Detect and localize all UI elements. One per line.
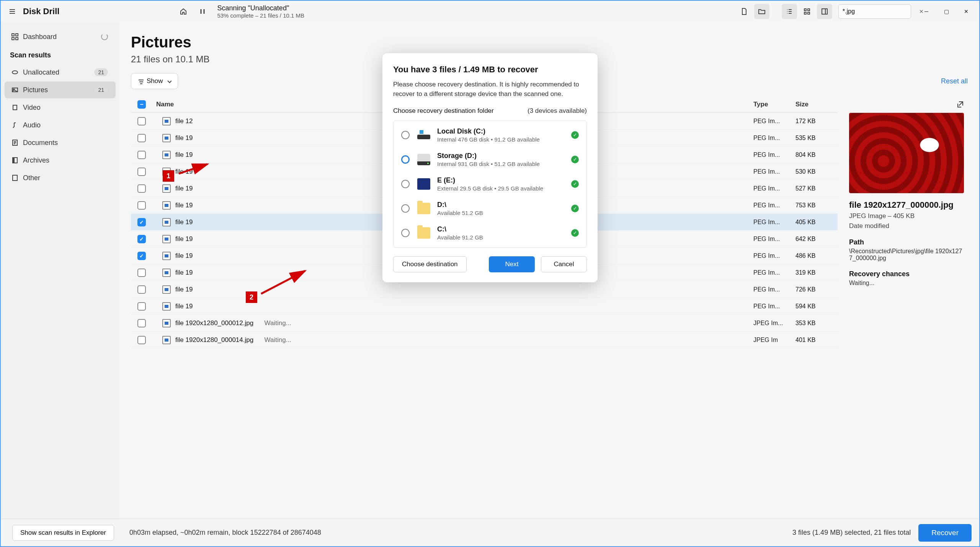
destination-name: D:\ (437, 201, 571, 209)
svg-line-18 (179, 164, 207, 174)
destination-radio[interactable] (401, 155, 410, 164)
annotation-label-2: 2 (246, 291, 257, 303)
modal-title: You have 3 files / 1.49 MB to recover (393, 65, 587, 75)
drive-icon (417, 129, 430, 141)
destination-option[interactable]: E (E:) External 29.5 GB disk • 29.5 GB a… (394, 172, 586, 196)
check-icon (571, 229, 579, 237)
check-icon (571, 156, 579, 163)
drive-icon (417, 227, 430, 239)
recovery-destination-modal: You have 3 files / 1.49 MB to recover Pl… (382, 53, 598, 282)
check-icon (571, 180, 579, 188)
modal-choose-label: Choose recovery destination folder (393, 107, 494, 115)
annotation-label-1: 1 (163, 170, 174, 182)
destination-name: Local Disk (C:) (437, 127, 571, 135)
drive-icon (417, 203, 430, 214)
annotation-arrow-2 (259, 266, 313, 297)
svg-line-19 (261, 271, 305, 294)
modal-description: Please choose recovery destination. It i… (393, 80, 587, 99)
drive-icon (417, 154, 430, 165)
destination-radio[interactable] (401, 204, 410, 213)
destination-name: Storage (D:) (437, 152, 571, 160)
destination-info: Internal 931 GB disk • 51.2 GB available (437, 161, 571, 167)
destination-option[interactable]: Storage (D:) Internal 931 GB disk • 51.2… (394, 147, 586, 172)
next-button[interactable]: Next (489, 256, 535, 272)
destination-radio[interactable] (401, 180, 410, 188)
destination-radio[interactable] (401, 131, 410, 139)
destination-option[interactable]: D:\ Available 51.2 GB (394, 196, 586, 221)
destination-info: Available 51.2 GB (437, 210, 571, 216)
choose-destination-button[interactable]: Choose destination (393, 256, 467, 272)
modal-devices-count: (3 devices available) (528, 107, 587, 115)
check-icon (571, 205, 579, 212)
destination-info: Available 91.2 GB (437, 234, 571, 241)
annotation-arrow-1 (177, 158, 215, 177)
destination-info: External 29.5 GB disk • 29.5 GB availabl… (437, 185, 571, 192)
destination-option[interactable]: C:\ Available 91.2 GB (394, 221, 586, 245)
destination-radio[interactable] (401, 229, 410, 237)
check-icon (571, 131, 579, 139)
cancel-button[interactable]: Cancel (541, 256, 587, 272)
destination-name: C:\ (437, 225, 571, 233)
destination-info: Internal 476 GB disk • 91.2 GB available (437, 136, 571, 143)
drive-icon (417, 178, 430, 190)
destination-option[interactable]: Local Disk (C:) Internal 476 GB disk • 9… (394, 123, 586, 147)
destination-name: E (E:) (437, 176, 571, 184)
